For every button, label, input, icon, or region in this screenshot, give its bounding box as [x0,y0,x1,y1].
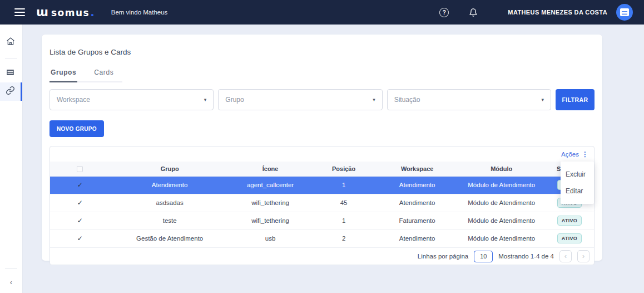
groups-table: Grupo Ícone Posição Workspace Módulo Sit… [50,162,594,247]
cell-modulo: Módulo de Atendimento [458,176,544,194]
cell-grupo: teste [110,212,230,229]
actions-row: Ações ⋮ [50,146,594,162]
cell-modulo: Módulo de Atendimento [458,194,544,212]
table-row[interactable]: ✓ teste wifi_tethering 1 Faturamento Mód… [50,212,594,229]
sidebar-divider [5,268,17,269]
tab-cards[interactable]: Cards [93,69,115,81]
cell-posicao: 45 [311,194,376,212]
workspace-select[interactable]: Workspace ▾ [49,89,214,110]
chevron-down-icon: ▾ [204,97,207,102]
topbar-right: ? MATHEUS MENEZES DA COSTA [439,4,633,21]
cell-grupo: Gestão de Atendimento [110,229,230,247]
notifications-bell-icon[interactable] [469,8,478,17]
table-row[interactable]: ✓ asdsadas wifi_tethering 45 Atendimento… [50,194,594,212]
situacao-select[interactable]: Situação ▾ [387,89,551,110]
next-page-button[interactable]: › [577,250,589,262]
logo-dot: . [90,6,95,19]
row-checkmark-icon[interactable]: ✓ [77,199,83,207]
filtrar-button[interactable]: FILTRAR [556,89,595,110]
cell-icone: usb [230,229,311,247]
cell-posicao: 2 [311,229,376,247]
cell-modulo: Módulo de Atendimento [458,229,544,247]
rows-per-page-label: Linhas por página [418,253,468,260]
select-all-checkbox[interactable] [77,166,83,172]
row-checkmark-icon[interactable]: ✓ [77,217,83,224]
menu-item-editar[interactable]: Editar [561,183,594,199]
situacao-select-placeholder: Situação [394,96,420,104]
column-header-icone: Ícone [230,162,311,176]
column-header-grupo: Grupo [110,162,230,176]
kebab-menu-icon[interactable]: ⋮ [582,150,588,158]
cell-workspace: Faturamento [377,212,458,229]
cell-icone: wifi_tethering [230,212,311,229]
menu-item-excluir[interactable]: Excluir [561,166,594,183]
rows-per-page-input[interactable] [474,251,493,262]
previous-page-button[interactable]: ‹ [559,250,572,262]
status-badge: ATIVO [557,233,582,243]
hamburger-menu-icon[interactable] [14,6,25,18]
home-icon [6,37,15,48]
tab-grupos[interactable]: Grupos [49,69,77,82]
sidebar-collapse-button[interactable]: ‹ [4,276,18,289]
cell-workspace: Atendimento [377,194,458,212]
app-logo[interactable]: ɯ somus . [36,6,95,19]
table-row[interactable]: ✓ Gestão de Atendimento usb 2 Atendiment… [50,229,594,247]
row-checkmark-icon[interactable]: ✓ [77,235,83,242]
help-icon[interactable]: ? [439,8,449,17]
cell-workspace: Atendimento [377,176,458,194]
filter-bar: Workspace ▾ Grupo ▾ Situação ▾ FILTRAR [49,89,595,110]
cell-posicao: 1 [311,176,376,194]
cell-modulo: Módulo de Atendimento [458,212,544,229]
table-row[interactable]: ✓ Atendimento agent_callcenter 1 Atendim… [50,176,594,194]
novo-grupo-button[interactable]: NOVO GRUPO [49,120,104,137]
showing-range-label: Mostrando 1-4 de 4 [498,253,554,260]
user-name[interactable]: MATHEUS MENEZES DA COSTA [508,9,607,16]
table-header-row: Grupo Ícone Posição Workspace Módulo Sit… [50,162,594,176]
cell-posicao: 1 [311,212,376,229]
welcome-text: Bem vindo Matheus [111,9,168,16]
cell-grupo: asdsadas [110,194,230,212]
row-checkmark-icon[interactable]: ✓ [77,181,83,189]
column-header-modulo: Módulo [458,162,544,176]
sidebar-divider [5,58,17,58]
column-header-workspace: Workspace [377,162,458,176]
grupo-select-placeholder: Grupo [225,96,244,104]
topbar: ɯ somus . Bem vindo Matheus ? MATHEUS ME… [0,0,644,25]
logo-mark-icon: ɯ [36,7,48,18]
grupo-select[interactable]: Grupo ▾ [218,89,382,110]
chevron-down-icon: ▾ [373,97,375,102]
sidebar-item-list[interactable] [0,65,22,82]
logo-name: somus [51,7,90,18]
tab-bar: Grupos Cards [49,69,122,82]
cell-workspace: Atendimento [377,229,458,247]
sidebar-item-home[interactable] [0,33,22,51]
sidebar: ‹ [0,25,22,293]
table-list-icon [6,69,14,79]
pagination-bar: Linhas por página Mostrando 1-4 de 4 ‹ › [50,247,594,265]
acoes-dropdown-menu: Excluir Editar [561,162,594,204]
sidebar-bottom: ‹ [0,262,22,293]
page-title: Lista de Grupos e Cards [49,48,595,56]
link-icon [6,86,15,97]
user-avatar[interactable] [616,4,633,21]
main-content: Lista de Grupos e Cards Grupos Cards Wor… [22,25,644,293]
cell-icone: agent_callcenter [230,176,311,194]
cell-grupo: Atendimento [110,176,230,194]
sidebar-item-groups-cards[interactable] [0,82,22,101]
status-badge: ATIVO [557,216,582,226]
groups-cards-panel: Lista de Grupos e Cards Grupos Cards Wor… [42,35,602,261]
acoes-menu-button[interactable]: Ações [561,151,579,158]
cell-icone: wifi_tethering [230,194,311,212]
chevron-down-icon: ▾ [541,97,544,102]
header-checkbox-cell [50,162,110,176]
column-header-posicao: Posição [311,162,376,176]
workspace-select-placeholder: Workspace [57,96,90,104]
avatar-image [620,8,629,16]
groups-table-container: Ações ⋮ Excluir Editar Grupo [49,146,595,265]
